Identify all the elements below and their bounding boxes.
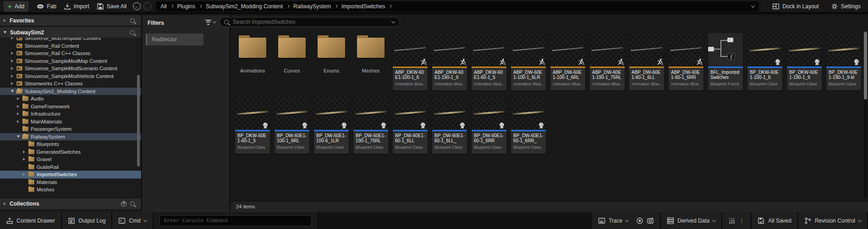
expand-arrow-icon[interactable] bbox=[11, 75, 13, 78]
expand-arrow-icon[interactable] bbox=[11, 52, 13, 55]
expand-arrow-icon[interactable] bbox=[17, 112, 19, 115]
back-button[interactable]: ← bbox=[133, 2, 141, 10]
folder-tile-enums[interactable]: Enums bbox=[314, 33, 349, 90]
asset-tile-abp-dw-60e1-190-1-75rl[interactable]: ABP_DW-60E1-190-1_75RL Animation Blue... bbox=[590, 33, 625, 90]
tree-item-steamworks-c-classes[interactable]: Steamworks C++ Classes bbox=[0, 80, 141, 88]
tree-item-importedswitches[interactable]: ImportedSwitches bbox=[0, 171, 141, 179]
breadcrumb-item-importedswitches[interactable]: ImportedSwitches bbox=[341, 3, 385, 10]
asset-tile-abp-dw-60e1-60-1-6rr[interactable]: ABP_DW-60E1-60-1_6RR Animation Blue... bbox=[669, 33, 703, 90]
tree-item-railwaysystem[interactable]: RailwaySystem bbox=[0, 133, 141, 141]
more-options-icon[interactable]: ⋮ bbox=[739, 217, 745, 224]
settings-button[interactable]: Settings bbox=[827, 1, 864, 11]
tree-item-materials[interactable]: Materials bbox=[0, 179, 141, 186]
tree-scrollbar[interactable] bbox=[137, 75, 140, 167]
add-collection-icon[interactable] bbox=[121, 201, 126, 207]
asset-tile-bp-dw-60e1-100-6-1lr[interactable]: BP_DW-60E1-100-6_1LR Blueprint Class bbox=[314, 96, 349, 154]
asset-tile-bp-dkw-60e1-100-1-6[interactable]: BP_DKW-60E1-100-1_6 Blueprint Class bbox=[747, 33, 782, 90]
expand-arrow-icon[interactable] bbox=[17, 120, 19, 123]
tree-item-subwaysim2-modding-content[interactable]: SubwaySim2_Modding Content bbox=[0, 88, 141, 95]
expand-arrow-icon[interactable] bbox=[4, 19, 6, 22]
path-dropdown-icon[interactable] bbox=[751, 4, 755, 7]
search-icon[interactable] bbox=[130, 30, 135, 35]
expand-arrow-icon[interactable] bbox=[4, 202, 6, 205]
trace-label[interactable]: Trace bbox=[609, 218, 622, 224]
cmd-button[interactable]: >_ Cmd bbox=[112, 212, 153, 229]
chevron-down-icon[interactable] bbox=[858, 218, 862, 222]
asset-search-box[interactable] bbox=[220, 17, 400, 27]
derived-data-button[interactable]: Derived Data bbox=[661, 212, 722, 229]
favorites-header[interactable]: Favorites bbox=[0, 15, 141, 26]
asset-tile-bfl-imported-switches[interactable]: f BFL_Imported Switches Blueprint Functi… bbox=[708, 33, 743, 90]
asset-tile-abp-dkw-60e1-60-1-5[interactable]: ABP_DKW-60E1-60-1_5 Animation Blue... bbox=[472, 33, 506, 90]
insights-session-icon[interactable] bbox=[636, 217, 643, 224]
tree-item-simuverse-modtemplate-content[interactable]: Simuverse_ModTemplate Content bbox=[0, 38, 141, 42]
chevron-down-icon[interactable] bbox=[625, 218, 629, 222]
folder-tile-meshes[interactable]: Meshes bbox=[353, 33, 388, 90]
asset-tile-abp-dw-60e1-100-1-6rl[interactable]: ABP_DW-60E1-100-1_6RL Animation Blue... bbox=[550, 33, 585, 90]
tree-item-simuverse-rail-c-classes[interactable]: Simuverse_Rail C++ Classes bbox=[0, 50, 141, 57]
collapse-arrow-icon[interactable] bbox=[11, 90, 14, 92]
progress-grid-icon[interactable] bbox=[728, 217, 736, 224]
filter-chip-redirector[interactable]: Redirector bbox=[146, 34, 203, 45]
fab-button[interactable]: fab Fab bbox=[33, 1, 60, 11]
asset-tile-abp-dw-60e1-60-1-6ll[interactable]: ABP_DW-60E1-60-1_6LL Animation Blue... bbox=[629, 33, 664, 90]
tree-item-simuverse-samplemodvehicle-content[interactable]: Simuverse_SampleModVehicle Content bbox=[0, 73, 141, 80]
breadcrumb-item-plugins[interactable]: Plugins bbox=[177, 3, 195, 10]
tree-item-simuverse-samplemodmap-content[interactable]: Simuverse_SampleModMap Content bbox=[0, 57, 141, 65]
folder-tile-animations[interactable]: Animations bbox=[235, 33, 270, 90]
screenshot-icon[interactable] bbox=[647, 217, 654, 224]
expand-arrow-icon[interactable] bbox=[17, 97, 19, 100]
expand-arrow-icon[interactable] bbox=[23, 173, 25, 176]
tree-item-mainmaterials[interactable]: MainMaterials bbox=[0, 118, 141, 126]
grid-scrollbar[interactable] bbox=[864, 32, 867, 198]
asset-tile-bp-dkw-60e1-190-1-9-kl[interactable]: BP_DKW-60E1-190-1_9-kl Blueprint Class bbox=[826, 33, 861, 90]
asset-tile-bp-dw-60e1-60-1-6rr[interactable]: BP_DW-60E1-60-1_6RR_ Blueprint Class bbox=[511, 96, 546, 154]
search-input[interactable] bbox=[232, 18, 388, 26]
expand-arrow-icon[interactable] bbox=[23, 151, 25, 153]
output-log-button[interactable]: Output Log bbox=[62, 212, 112, 229]
asset-tile-bp-dkw-60e1-190-1-9[interactable]: BP_DKW-60E1-190-1_9 Blueprint Class bbox=[787, 33, 822, 90]
expand-arrow-icon[interactable] bbox=[11, 60, 13, 62]
expand-arrow-icon[interactable] bbox=[23, 158, 25, 161]
tree-item-blueprints[interactable]: Blueprints bbox=[0, 140, 141, 148]
tree-item-simuverse-samplemodscenario-content[interactable]: Simuverse_SampleModScenario Content bbox=[0, 65, 141, 73]
console-input[interactable] bbox=[159, 215, 312, 226]
asset-tile-bp-dkw-60e1-60-1-5[interactable]: BP_DKW-60E1-60-1_5 Blueprint Class bbox=[235, 96, 270, 154]
dock-in-layout-button[interactable]: Dock in Layout bbox=[769, 1, 822, 11]
tree-item-audio[interactable]: Audio bbox=[0, 95, 141, 103]
breadcrumb-item-subwaysim2-modding-content[interactable]: SubwaySim2_Modding Content bbox=[206, 3, 283, 10]
asset-tile-abp-dw-60e1-100-1-6lr[interactable]: ABP_DW-60E1-100-1_6LR Animation Blue... bbox=[511, 33, 546, 90]
collapse-arrow-icon[interactable] bbox=[17, 135, 20, 138]
filter-funnel-button[interactable] bbox=[205, 18, 216, 26]
asset-tile-bp-dw-60e1-60-1-6ll[interactable]: BP_DW-60E1-60-1_6LL Blueprint Class bbox=[393, 96, 428, 154]
forward-button[interactable]: → bbox=[143, 2, 151, 10]
asset-tile-bp-dw-60e1-60-1-6ll[interactable]: BP_DW-60E1-60-1_6LL_ Blueprint Class bbox=[432, 96, 467, 154]
add-button[interactable]: + Add bbox=[4, 1, 28, 11]
tree-item-meshes[interactable]: Meshes bbox=[0, 186, 141, 194]
collapse-arrow-icon[interactable] bbox=[4, 31, 6, 34]
expand-arrow-icon[interactable] bbox=[11, 82, 13, 85]
tree-item-gravel[interactable]: Gravel bbox=[0, 156, 141, 163]
tree-item-passengersystem[interactable]: PassengerSystem bbox=[0, 125, 141, 133]
collections-header[interactable]: Collections bbox=[0, 198, 141, 210]
tree-item-infrastructure[interactable]: Infrastructure bbox=[0, 110, 141, 118]
search-icon[interactable] bbox=[130, 18, 135, 23]
asset-tile-abp-dkw-60e1-100-1-6[interactable]: ABP_DKW-60E1-100-1_6 Animation Blue... bbox=[393, 33, 428, 90]
tree-item-simuverse-rail-content[interactable]: Simuverse_Rail Content bbox=[0, 42, 141, 50]
folder-tile-curves[interactable]: Curves bbox=[275, 33, 309, 90]
asset-tile-bp-dw-60e1-60-1-6rr[interactable]: BP_DW-60E1-60-1_6RR Blueprint Class bbox=[472, 96, 506, 154]
breadcrumb-item-all[interactable]: All bbox=[160, 3, 166, 10]
project-header[interactable]: SubwaySim2 bbox=[0, 27, 141, 38]
expand-arrow-icon[interactable] bbox=[11, 38, 13, 39]
chevron-down-icon[interactable] bbox=[143, 218, 147, 222]
import-button[interactable]: Import bbox=[60, 1, 93, 11]
expand-arrow-icon[interactable] bbox=[17, 105, 19, 108]
revision-control-button[interactable]: Revision Control bbox=[798, 212, 868, 229]
asset-tile-bp-dw-60e1-190-1-75rl[interactable]: BP_DW-60E1-190-1_75RL Blueprint Class bbox=[353, 96, 388, 154]
save-all-button[interactable]: Save All bbox=[93, 1, 130, 11]
asset-tile-abp-dkw-60e1-190-1-9[interactable]: ABP_DKW-60E1-190-1_9 Animation Blue... bbox=[432, 33, 467, 90]
asset-tile-bp-dw-60e1-100-1-6rl[interactable]: BP_DW-60E1-100-1_6RL Blueprint Class bbox=[275, 96, 309, 154]
chevron-down-icon[interactable] bbox=[712, 218, 716, 222]
breadcrumb-item-railwaysystem[interactable]: RailwaySystem bbox=[293, 3, 331, 10]
expand-arrow-icon[interactable] bbox=[11, 67, 13, 70]
